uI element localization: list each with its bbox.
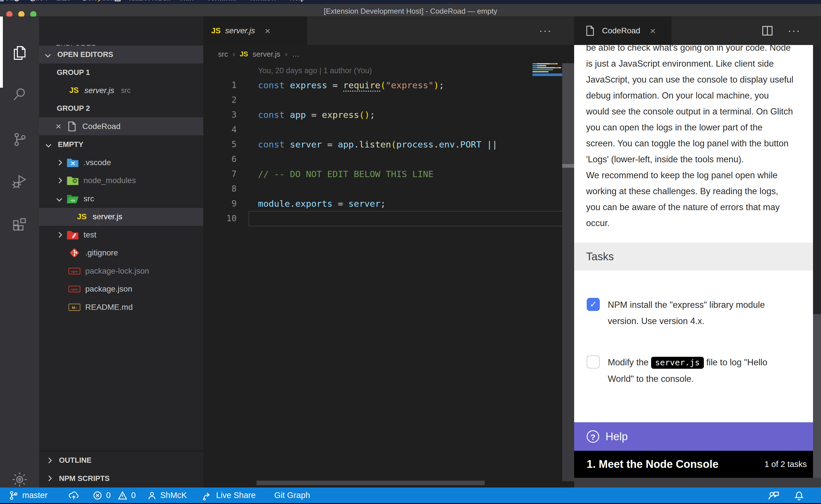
lesson-footer[interactable]: 1. Meet the Node Console 1 of 2 tasks bbox=[574, 451, 821, 478]
horizontal-scrollbar-thumb[interactable] bbox=[257, 481, 485, 485]
breadcrumb-file: server.js bbox=[253, 50, 280, 59]
close-tab-icon[interactable]: × bbox=[650, 25, 656, 36]
status-item-live-share[interactable]: Live Share bbox=[202, 487, 256, 503]
webview-scrollbar-track[interactable] bbox=[813, 314, 821, 478]
open-editor-detail: src bbox=[121, 86, 130, 95]
code-line-5[interactable]: 5const server = app.listen(process.env.P… bbox=[203, 137, 574, 152]
status-item-0[interactable]: 0 bbox=[118, 487, 136, 503]
editor-actions-more-icon[interactable]: ··· bbox=[539, 17, 552, 45]
code-line-8[interactable]: 8 bbox=[203, 181, 574, 196]
open-editors-header[interactable]: OPEN EDITORS bbox=[39, 46, 203, 63]
menubar-status-icon[interactable]: ▯ bbox=[0, 0, 4, 2]
lesson-title: 1. Meet the Node Console bbox=[587, 458, 718, 470]
tab-serverjs[interactable]: JS server.js × bbox=[203, 17, 307, 45]
gitlens-blame-annotation: You, 20 days ago | 1 author (You) bbox=[258, 64, 372, 77]
npm-file-icon: npm bbox=[68, 284, 81, 294]
breadcrumb[interactable]: src › JS server.js › … bbox=[203, 45, 574, 63]
tree-item-server-js[interactable]: JSserver.js bbox=[39, 208, 203, 226]
tree-item-label: package.json bbox=[85, 284, 132, 294]
code-line-3[interactable]: 3const app = express(); bbox=[203, 107, 574, 122]
close-icon[interactable]: × bbox=[56, 121, 61, 132]
code-line-2[interactable]: 2 bbox=[203, 93, 574, 107]
js-file-icon: JS bbox=[211, 26, 221, 35]
coderoad-webview: be able to check what's going on in your… bbox=[574, 45, 821, 478]
status-item-master[interactable]: master bbox=[9, 487, 48, 503]
line-number: 4 bbox=[203, 122, 237, 137]
editor-group: JS server.js × ··· src › JS server.js › … bbox=[203, 17, 574, 487]
open-editors-group1-label: GROUP 1 bbox=[39, 63, 203, 81]
tree-item--vscode[interactable]: .vscode bbox=[39, 153, 203, 171]
tree-item--gitignore[interactable]: .gitignore bbox=[39, 244, 203, 262]
chevron-right-icon bbox=[56, 178, 62, 183]
menubar-status-icon[interactable]: ⌥ bbox=[78, 0, 86, 2]
code-line-6[interactable]: 6 bbox=[203, 152, 574, 167]
help-accordion[interactable]: ? Help bbox=[574, 422, 821, 451]
tree-item-package-lock-json[interactable]: npmpackage-lock.json bbox=[39, 262, 203, 280]
tab-coderoad[interactable]: CodeRoad × bbox=[574, 17, 672, 45]
menubar-status-icon[interactable]: ◉ bbox=[14, 0, 20, 2]
status-item-git-graph[interactable]: Git Graph bbox=[274, 487, 310, 503]
svg-text:npm: npm bbox=[71, 270, 78, 273]
menubar-status-icon[interactable]: ▤ bbox=[114, 0, 121, 2]
sidebar-section-npm-scripts[interactable]: NPM SCRIPTS bbox=[39, 470, 203, 487]
tree-item-package-json[interactable]: npmpackage.json bbox=[39, 280, 203, 298]
status-item-shmck[interactable]: ShMcK bbox=[148, 487, 187, 503]
section-label: OUTLINE bbox=[59, 456, 91, 465]
menubar-status-icon[interactable]: ◎ bbox=[30, 0, 36, 2]
tree-item-node-modules[interactable]: JSnode_modules bbox=[39, 172, 203, 190]
open-editor-item-coderoad[interactable]: × CodeRoad bbox=[39, 117, 203, 135]
panel-more-actions-icon[interactable]: ··· bbox=[786, 17, 803, 45]
menubar-status-icon[interactable]: ⚡ bbox=[96, 0, 105, 2]
file-icon bbox=[66, 122, 78, 131]
tree-item-label: server.js bbox=[93, 212, 122, 221]
task2-text-line2: World" to the console. bbox=[608, 371, 813, 387]
split-editor-icon[interactable] bbox=[759, 17, 776, 45]
tree-item-src[interactable]: </>src bbox=[39, 190, 203, 208]
menubar-status-icon[interactable]: ➤ bbox=[45, 0, 51, 2]
line-number: 8 bbox=[203, 181, 237, 196]
status-item-feedback[interactable] bbox=[768, 487, 779, 503]
activity-item-run-debug[interactable] bbox=[0, 164, 39, 198]
explorer-sidebar: EXPLORER OPEN EDITORS GROUP 1 JS server.… bbox=[39, 17, 203, 487]
status-item-cloud-upload[interactable] bbox=[68, 487, 79, 503]
code-line-10[interactable]: 10 bbox=[203, 211, 574, 226]
task1-checkbox-checked[interactable]: ✓ bbox=[587, 298, 600, 311]
activity-item-search[interactable] bbox=[0, 77, 39, 111]
lesson-paragraph: be able to check what's going on in your… bbox=[586, 45, 811, 231]
close-tab-icon[interactable]: × bbox=[265, 25, 271, 36]
menubar-status-icon[interactable]: ▲ bbox=[61, 0, 68, 2]
chevron-down-icon bbox=[46, 142, 51, 147]
status-item-bell[interactable] bbox=[794, 487, 804, 503]
activity-item-extensions[interactable] bbox=[0, 207, 39, 241]
status-label: ShMcK bbox=[160, 491, 187, 500]
code-line-9[interactable]: 9module.exports = server; bbox=[203, 196, 574, 211]
tree-item-label: README.md bbox=[85, 303, 132, 312]
sidebar-section-outline[interactable]: OUTLINE bbox=[39, 451, 203, 469]
code-line-1[interactable]: 1const express = require("express"); bbox=[203, 78, 574, 93]
open-editor-filename: server.js bbox=[84, 86, 114, 95]
status-item-0[interactable]: 0 bbox=[93, 487, 111, 503]
code-line-4[interactable]: 4 bbox=[203, 122, 574, 137]
bell-icon bbox=[794, 490, 804, 501]
open-editor-filename: CodeRoad bbox=[82, 122, 120, 131]
open-editors-group2-label: GROUP 2 bbox=[39, 99, 203, 117]
tree-item-test[interactable]: test bbox=[39, 226, 203, 244]
menubar-clock: Sat 9:45 PM bbox=[131, 0, 171, 2]
activity-item-explorer[interactable] bbox=[0, 36, 39, 70]
tree-item-README-md[interactable]: M↓README.md bbox=[39, 298, 203, 316]
cloud-upload-icon bbox=[68, 491, 79, 500]
menubar-status-area[interactable]: ▯◉◎➤▲⌥⚡▤Sat 9:45 PM bbox=[0, 0, 821, 4]
code-line-7[interactable]: 7// -- DO NOT EDIT BELOW THIS LINE bbox=[203, 167, 574, 181]
task2-checkbox-unchecked[interactable] bbox=[587, 355, 600, 368]
git-branch-icon bbox=[9, 491, 18, 500]
status-label: 0 bbox=[106, 491, 111, 500]
activity-item-source-control[interactable] bbox=[0, 122, 39, 157]
tab-label: server.js bbox=[225, 26, 255, 35]
folder-section-header[interactable]: EMPTY bbox=[39, 136, 203, 153]
line-number: 9 bbox=[203, 196, 237, 211]
indent-guide bbox=[98, 208, 98, 226]
inline-code-chip: server.js bbox=[651, 357, 704, 369]
svg-text:npm: npm bbox=[71, 288, 78, 291]
webview-scrollbar-thumb[interactable] bbox=[813, 45, 821, 314]
open-editor-item-serverjs[interactable]: JS server.js src bbox=[39, 81, 203, 99]
